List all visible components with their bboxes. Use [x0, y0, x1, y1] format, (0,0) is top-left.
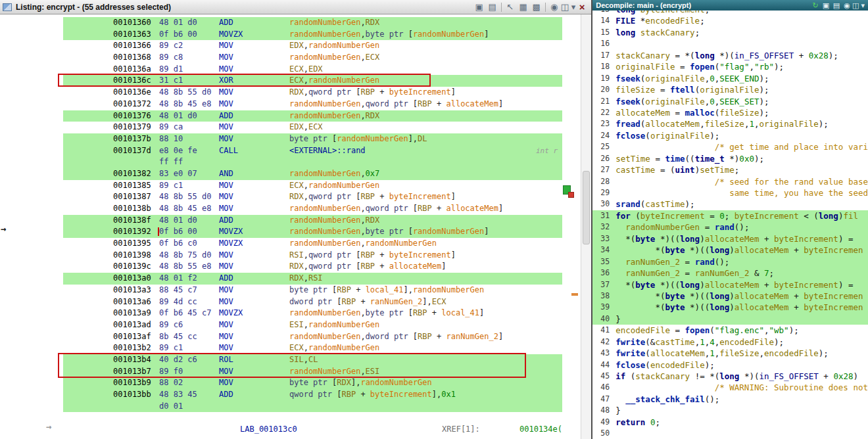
code-line[interactable]: 28 /* seed for the rand value base [592, 176, 868, 187]
code-line[interactable]: 34 *(byte *)((long)allocateMem + byteInc… [592, 244, 868, 256]
listing-row[interactable]: 001013b289 c1MOVECX,randomNumberGen [63, 342, 562, 354]
listing-row[interactable]: 0010137248 8b 45 e8MOVrandomNumberGen,qw… [63, 99, 562, 110]
listing-row[interactable]: 0010137648 01 d0ADDrandomNumberGen,RDX [63, 110, 562, 122]
listing-row[interactable]: 001013b988 02MOVbyte ptr [RDX],randomNum… [63, 377, 562, 389]
listing-header[interactable]: Listing: encrypt - (55 addresses selecte… [0, 0, 591, 14]
code-line[interactable]: 45if (stackCanary != *(long *)(in_FS_OFF… [592, 371, 868, 382]
code-line[interactable]: 31for (byteIncrement = 0; byteIncrement … [592, 210, 868, 221]
listing-row[interactable]: 001013bb48 83 45ADDqword ptr [RBP + byte… [63, 389, 562, 401]
code-line[interactable]: 35 ranNumGen_2 = rand(); [592, 256, 868, 267]
listing-row[interactable]: 0010137989 caMOVEDX,ECX [63, 122, 562, 133]
cursor-location-icon[interactable]: ↖ [504, 1, 517, 13]
export-icon[interactable]: ▤ [831, 1, 842, 10]
listing-row[interactable]: 0010137de8 0e feCALL<EXTERNAL>::randint … [63, 145, 562, 157]
code-line[interactable]: 15long stackCanary; [592, 27, 868, 38]
code-line[interactable]: 19fseek(originalFile,0,SEEK_END); [592, 73, 868, 84]
listing-row[interactable]: 0010137b88 10MOVbyte ptr [randomNumberGe… [63, 133, 562, 145]
scrollbar-thumb[interactable] [583, 171, 590, 244]
decompile-header[interactable]: Decompile: main - (encrypt) ↻▣▤◉◫ ▾ [592, 0, 868, 11]
listing-row[interactable]: 0010138f48 01 d0ADDrandomNumberGen,RDX [63, 215, 562, 227]
code-line[interactable]: 20fileSize = ftell(originalFile); [592, 84, 868, 95]
code-line[interactable]: 22allocateMem = malloc(fileSize); [592, 107, 868, 118]
listing-row[interactable]: 001013a388 45 c7MOVbyte ptr [RBP + local… [63, 285, 562, 296]
snapshot-icon[interactable]: ◉ [548, 1, 561, 13]
listing-row[interactable]: 0010136c31 c1XORECX,randomNumberGen [63, 75, 562, 87]
code-line[interactable]: 42fwrite(&castTime,1,4,encodedFile); [592, 336, 868, 348]
listing-row[interactable]: 0010136a89 d1MOVECX,EDX [63, 64, 562, 76]
close-icon[interactable]: × [575, 1, 589, 13]
code-line[interactable]: 26setTime = time((time_t *)0x0); [592, 153, 868, 164]
listing-toolbar: ▣▤↖▦▩◉◫ ▾× [473, 1, 589, 13]
listing-row[interactable]: 0010138589 c1MOVECX,randomNumberGen [63, 180, 562, 192]
paste-icon[interactable]: ▤ [486, 1, 499, 13]
code-line[interactable]: 17stackCanary = *(long *)(in_FS_OFFSET +… [592, 50, 868, 61]
listing-row[interactable]: 001013a048 01 f2ADDRDX,RSI [63, 273, 562, 285]
listing-row[interactable]: 001013920f b6 00MOVZXrandomNumberGen,byt… [63, 226, 562, 238]
operands: ECX,randomNumberGen [289, 181, 379, 190]
code-line[interactable]: 29 same time, you have the seed [592, 187, 868, 198]
snapshot-icon[interactable]: ◉ [842, 1, 852, 10]
operands: EDX,randomNumberGen [289, 41, 379, 50]
code-line[interactable]: 27castTime = (uint)setTime; [592, 164, 868, 175]
listing-row[interactable]: 001013a689 4d ccMOVdword ptr [RBP + ranN… [63, 296, 562, 308]
listing-row[interactable]: 0010136048 01 d0ADDrandomNumberGen,RDX [63, 17, 562, 29]
code-line[interactable]: 21fseek(originalFile,0,SEEK_SET); [592, 96, 868, 107]
listing-row[interactable]: 0010136689 c2MOVEDX,randomNumberGen [63, 40, 562, 52]
bytes: 89 c2 [159, 40, 219, 52]
xref-address[interactable]: 0010134e( [519, 424, 562, 436]
listing-row[interactable]: 0010138748 8b 55 d0MOVRDX,qword ptr [RBP… [63, 191, 562, 203]
copy-icon[interactable]: ▣ [473, 1, 486, 13]
bytes: 89 4d cc [159, 296, 219, 308]
code-line[interactable]: 40} [592, 313, 868, 325]
panel-options-icon[interactable]: ◫ ▾ [852, 1, 865, 10]
code-line[interactable]: 33 *(byte *)((long)allocateMem + byteInc… [592, 233, 868, 244]
listing-row[interactable]: 0010139848 8b 75 d0MOVRSI,qword ptr [RBP… [63, 250, 562, 262]
code-line[interactable]: 32 randomNumberGen = rand(); [592, 221, 868, 233]
listing-row[interactable]: 0010136e48 8b 55 d0MOVRDX,qword ptr [RBP… [63, 87, 562, 99]
code-line[interactable]: 37 *(byte *)((long)allocateMem + byteInc… [592, 279, 868, 290]
code-line[interactable]: 24fclose(originalFile); [592, 130, 868, 141]
listing-row[interactable]: 001013af8b 45 ccMOVrandomNumberGen,dword… [63, 331, 562, 343]
code-line[interactable]: 44fclose(encodedFile); [592, 359, 868, 371]
code-line[interactable]: 49return 0; [592, 417, 868, 428]
code-line[interactable]: 14FILE *encodedFile; [592, 15, 868, 26]
change-marker[interactable] [571, 293, 578, 296]
copy-icon[interactable]: ▣ [821, 1, 831, 10]
code-line[interactable]: 30srand(castTime); [592, 198, 868, 210]
bookmark-marker[interactable] [568, 192, 574, 198]
listing-row[interactable]: 001013950f b6 c0MOVZXrandomNumberGen,ran… [63, 238, 562, 250]
code-line[interactable]: 39 *(byte *)((long)allocateMem + byteInc… [592, 302, 868, 313]
listing-row[interactable]: 001013b789 f0MOVrandomNumberGen,ESI [63, 366, 562, 378]
code-text: for (byteIncrement = 0; byteIncrement < … [610, 210, 858, 221]
code-line[interactable]: 46 /* WARNING: Subroutine does not [592, 382, 868, 393]
refresh-icon[interactable]: ↻ [810, 1, 821, 10]
address: 0010136c [113, 75, 159, 87]
code-line[interactable]: 48} [592, 405, 868, 416]
edit-fields-icon[interactable]: ▦ [517, 1, 530, 13]
listing-row[interactable]: 001013a90f b6 45 c7MOVZXrandomNumberGen,… [63, 308, 562, 319]
code-line[interactable]: 50 [592, 428, 868, 439]
code-line[interactable]: 23fread(allocateMem,fileSize,1,originalF… [592, 118, 868, 129]
code-text: /* get time and place into vari [610, 141, 868, 152]
listing-scrollbar[interactable] [581, 14, 591, 439]
code-line[interactable]: 36 ranNumGen_2 = ranNumGen_2 & 7; [592, 267, 868, 279]
code-line[interactable]: 47 __stack_chk_fail(); [592, 394, 868, 405]
line-number: 22 [592, 107, 610, 118]
listing-row[interactable]: 0010138b48 8b 45 e8MOVrandomNumberGen,qw… [63, 203, 562, 215]
listing-row[interactable]: 0010136889 c8MOVrandomNumberGen,ECX [63, 52, 562, 64]
code-line[interactable]: 43fwrite(allocateMem,1,fileSize,encodedF… [592, 348, 868, 359]
listing-row[interactable]: 001013ad89 c6MOVESI,randomNumberGen [63, 319, 562, 331]
code-line[interactable]: 13long byteIncrement; [592, 11, 868, 15]
listing-row[interactable]: 001013b440 d2 c6ROLSIL,CL [63, 354, 562, 366]
view-options-icon[interactable]: ◫ ▾ [561, 1, 575, 13]
code-line[interactable]: 25 /* get time and place into vari [592, 141, 868, 152]
listing-row[interactable]: 0010138283 e0 07ANDrandomNumberGen,0x7 [63, 168, 562, 180]
listing-row[interactable]: 0010139c48 8b 55 e8MOVRDX,qword ptr [RBP… [63, 261, 562, 273]
code-line[interactable]: 41encodedFile = fopen("flag.enc","wb"); [592, 325, 868, 336]
code-line[interactable]: 16 [592, 38, 868, 49]
listing-row[interactable]: 001013630f b6 00MOVZXrandomNumberGen,byt… [63, 29, 562, 41]
code-line[interactable]: 18originalFile = fopen("flag","rb"); [592, 61, 868, 72]
code-line[interactable]: 38 *(byte *)((long)allocateMem + byteInc… [592, 290, 868, 302]
diff-view-icon[interactable]: ▩ [530, 1, 543, 13]
listing-label-row[interactable]: LAB_001013c0XREF[1]:0010134e( [63, 424, 562, 436]
